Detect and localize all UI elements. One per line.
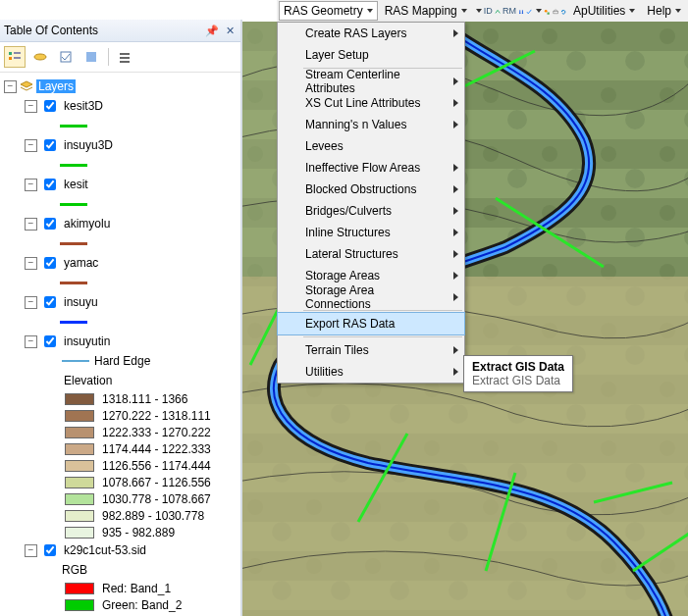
root-label[interactable]: Layers xyxy=(36,79,76,93)
menu-item-label: Levees xyxy=(305,139,344,153)
menu-item[interactable]: Stream Centerline Attributes xyxy=(278,71,464,92)
line-swatch xyxy=(62,360,89,362)
layer-label[interactable]: yamac xyxy=(62,256,100,270)
arrows-down-icon[interactable] xyxy=(518,4,524,18)
layer-checkbox[interactable] xyxy=(44,218,56,230)
legend-class: 1030.778 - 1078.667 xyxy=(4,490,240,507)
menu-item-label: Ineffective Flow Areas xyxy=(305,161,420,175)
dropdown-icon[interactable] xyxy=(476,9,482,13)
menu-item[interactable]: Utilities xyxy=(278,361,464,383)
collapse-icon[interactable]: − xyxy=(25,139,37,152)
options-button[interactable] xyxy=(115,46,136,68)
menu-item-label: Storage Areas xyxy=(305,269,380,282)
layer-checkbox[interactable] xyxy=(44,335,56,347)
tool-id-icon[interactable]: ID xyxy=(484,6,493,16)
menu-item[interactable]: Export RAS Data xyxy=(277,312,465,335)
layer-label[interactable]: akimyolu xyxy=(62,217,112,231)
menu-item[interactable]: Storage Area Connections xyxy=(278,286,464,308)
collapse-icon[interactable]: − xyxy=(25,335,37,348)
tool-icon[interactable] xyxy=(553,4,558,18)
menu-item-label: Storage Area Connections xyxy=(305,283,443,311)
legend-label: RGB xyxy=(60,563,89,577)
menu-item[interactable]: Ineffective Flow Areas xyxy=(278,157,464,179)
refresh-icon[interactable] xyxy=(560,4,566,18)
tree-root[interactable]: − Layers xyxy=(4,77,240,96)
pin-icon[interactable]: 📌 xyxy=(205,24,219,37)
submenu-arrow-icon xyxy=(453,164,458,172)
layer-checkbox[interactable] xyxy=(44,100,56,112)
layer-row[interactable]: − akimyolu xyxy=(4,214,240,233)
caret-down-icon xyxy=(675,9,681,13)
menu-item[interactable]: Bridges/Culverts xyxy=(278,200,464,222)
layer-row[interactable]: − kesit xyxy=(4,175,240,194)
layer-raster[interactable]: − k29c1cut-53.sid xyxy=(4,540,240,560)
layer-swatch-row xyxy=(4,233,240,253)
tool-icon[interactable] xyxy=(544,4,550,18)
menu-item[interactable]: XS Cut Line Attributes xyxy=(278,92,464,114)
menu-item[interactable]: Terrain Tiles xyxy=(278,339,464,361)
menu-separator xyxy=(303,336,462,337)
ras-geometry-menu-button[interactable]: RAS Geometry xyxy=(279,1,378,21)
list-by-selection-button[interactable] xyxy=(80,46,102,68)
layer-row[interactable]: − kesit3D xyxy=(4,96,240,116)
line-swatch xyxy=(60,125,87,128)
layer-checkbox[interactable] xyxy=(44,179,56,190)
layer-row[interactable]: − yamac xyxy=(4,253,240,273)
check-icon[interactable] xyxy=(526,4,532,18)
collapse-icon[interactable]: − xyxy=(4,80,17,93)
close-icon[interactable]: ✕ xyxy=(223,24,237,37)
menu-item[interactable]: Inline Structures xyxy=(278,222,464,243)
layer-label[interactable]: insuyu3D xyxy=(62,138,115,152)
menu-item-label: Inline Structures xyxy=(305,226,391,239)
legend-field: Elevation xyxy=(4,371,240,390)
layer-row[interactable]: − insuyu3D xyxy=(4,135,240,155)
collapse-icon[interactable]: − xyxy=(25,544,37,557)
layer-label[interactable]: insuyu xyxy=(62,295,100,309)
collapse-icon[interactable]: − xyxy=(25,296,37,309)
menu-item-label: Manning's n Values xyxy=(305,118,406,131)
layer-checkbox[interactable] xyxy=(44,296,56,308)
layer-checkbox[interactable] xyxy=(44,257,56,269)
collapse-icon[interactable]: − xyxy=(25,100,37,113)
help-menu-button[interactable]: Help xyxy=(642,1,686,21)
legend-class: 1126.556 - 1174.444 xyxy=(4,457,240,474)
layer-row[interactable]: − insuyu xyxy=(4,292,240,312)
list-by-visibility-button[interactable] xyxy=(55,46,77,68)
legend-label: Hard Edge xyxy=(92,354,152,368)
ras-mapping-menu-button[interactable]: RAS Mapping xyxy=(380,1,472,21)
svg-rect-1 xyxy=(548,12,550,14)
menu-item[interactable]: Layer Setup xyxy=(278,44,464,66)
layer-insuyutin[interactable]: − insuyutin xyxy=(4,332,240,351)
class-label: 1174.444 - 1222.333 xyxy=(100,442,213,456)
aputilities-menu-button[interactable]: ApUtilities xyxy=(568,1,640,21)
collapse-icon[interactable]: − xyxy=(25,257,37,270)
class-label: 935 - 982.889 xyxy=(100,526,177,539)
collapse-icon[interactable]: − xyxy=(25,218,37,231)
layer-checkbox[interactable] xyxy=(44,544,56,556)
layer-checkbox[interactable] xyxy=(44,139,56,151)
dropdown-icon[interactable] xyxy=(536,9,542,13)
toc-toolbar xyxy=(0,42,240,73)
class-label: 1078.667 - 1126.556 xyxy=(100,476,213,489)
menu-item[interactable]: Blocked Obstructions xyxy=(278,179,464,200)
band-label: Red: Band_1 xyxy=(100,582,173,595)
submenu-arrow-icon xyxy=(453,185,458,193)
svg-rect-23 xyxy=(86,52,96,62)
legend-label: Elevation xyxy=(62,374,114,387)
list-by-drawing-order-button[interactable] xyxy=(4,46,26,68)
tool-rm-icon[interactable]: RM xyxy=(503,6,516,16)
list-by-source-button[interactable] xyxy=(29,46,51,68)
class-label: 1222.333 - 1270.222 xyxy=(100,426,213,439)
tooltip: Extract GIS Data Extract GIS Data xyxy=(463,355,573,392)
layer-label[interactable]: k29c1cut-53.sid xyxy=(62,543,148,557)
layer-label[interactable]: kesit xyxy=(62,178,90,191)
collapse-icon[interactable]: − xyxy=(25,179,37,191)
menu-item[interactable]: Manning's n Values xyxy=(278,114,464,135)
menu-item[interactable]: Create RAS Layers xyxy=(278,23,464,44)
tool-icon[interactable] xyxy=(495,4,501,18)
menu-item[interactable]: Levees xyxy=(278,135,464,157)
menu-item[interactable]: Lateral Structures xyxy=(278,243,464,265)
layer-swatch-row xyxy=(4,273,240,292)
layer-label[interactable]: insuyutin xyxy=(62,334,112,348)
layer-label[interactable]: kesit3D xyxy=(62,99,105,113)
